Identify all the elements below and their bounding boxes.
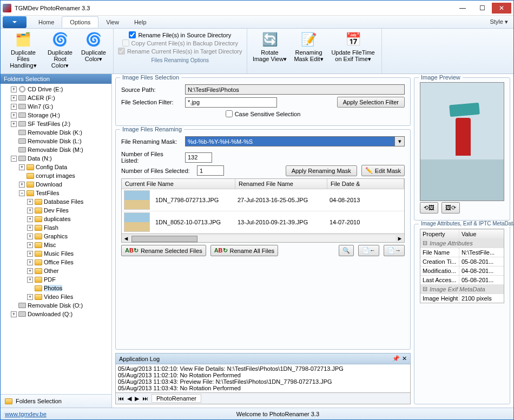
- tree-node[interactable]: +Removable Disk (M:): [2, 145, 110, 154]
- log-tab[interactable]: PhotoRenamer: [151, 394, 201, 403]
- renaming-mask-combo[interactable]: ▾: [185, 136, 405, 146]
- tree-toggle-icon[interactable]: +: [27, 268, 33, 274]
- filter-input[interactable]: [185, 97, 277, 108]
- tree-toggle-icon[interactable]: +: [27, 277, 33, 283]
- tree-toggle-icon[interactable]: +: [27, 294, 33, 300]
- tree-node[interactable]: +Misc: [2, 241, 110, 249]
- tree-node[interactable]: +Photos: [2, 284, 110, 292]
- maximize-button[interactable]: ☐: [472, 3, 492, 14]
- tree-node[interactable]: +Graphics: [2, 232, 110, 241]
- tree-node[interactable]: −TestFiles: [2, 189, 110, 197]
- website-link[interactable]: www.tgmdev.be: [5, 411, 47, 417]
- tab-home[interactable]: Home: [31, 17, 62, 28]
- duplicate-root-color-button[interactable]: 🌀 Duplicate Root Color▾: [43, 30, 77, 70]
- tree-node[interactable]: +ACER (F:): [2, 94, 110, 102]
- tree-toggle-icon[interactable]: +: [27, 216, 33, 222]
- tree-toggle-icon[interactable]: +: [11, 95, 17, 101]
- table-hscrollbar[interactable]: ◄►: [122, 234, 404, 242]
- tree-node[interactable]: +Database Files: [2, 197, 110, 206]
- tree-node[interactable]: +Removable Disk (O:): [2, 301, 110, 310]
- tree-node[interactable]: −Data (N:): [2, 154, 110, 163]
- tree-toggle-icon[interactable]: +: [27, 208, 33, 214]
- renaming-mask-edit-button[interactable]: 📝 Renaming Mask Edit▾: [289, 30, 328, 63]
- tree-node[interactable]: +Removable Disk (K:): [2, 128, 110, 137]
- tree-node[interactable]: +CD Drive (E:): [2, 85, 110, 94]
- log-first-button[interactable]: ⏮: [118, 395, 124, 402]
- apply-selection-filter-button[interactable]: Apply Selection Filter: [337, 97, 405, 108]
- tree-node[interactable]: +Other: [2, 266, 110, 275]
- rename-selected-files-button[interactable]: AB↻Rename Selected Files: [121, 245, 206, 256]
- tree-node[interactable]: +Flash: [2, 223, 110, 232]
- tree-node[interactable]: +SF TestFiles (J:): [2, 119, 110, 128]
- tree-toggle-icon[interactable]: +: [27, 225, 33, 231]
- rotate-right-button[interactable]: 🖼⟳: [441, 202, 460, 214]
- tree-node[interactable]: +Downloaded (Q:): [2, 310, 110, 318]
- tree-toggle-icon[interactable]: +: [27, 259, 33, 265]
- tree-toggle-icon[interactable]: −: [19, 190, 25, 196]
- tree-toggle-icon[interactable]: +: [19, 182, 25, 188]
- tree-toggle-icon[interactable]: +: [11, 112, 17, 118]
- tree-toggle-icon[interactable]: +: [27, 199, 33, 205]
- next-file-button[interactable]: 📄→: [384, 245, 405, 256]
- style-menu[interactable]: Style ▾: [484, 16, 513, 28]
- tree-node[interactable]: +Dev Files: [2, 206, 110, 215]
- col-current[interactable]: Current File Name: [122, 179, 235, 189]
- tree-node[interactable]: +Config Data: [2, 163, 110, 171]
- collapse-icon[interactable]: ⊟: [423, 239, 427, 246]
- rotate-left-button[interactable]: ⟲🖼: [420, 202, 438, 214]
- tree-node[interactable]: +corrupt images: [2, 171, 110, 180]
- table-row[interactable]: 1DN_7798-072713.JPG27-Jul-2013-16-25-05.…: [122, 189, 404, 211]
- duplicate-files-handling-button[interactable]: 🗂️ Duplicate Files Handling▾: [4, 30, 43, 70]
- tree-toggle-icon[interactable]: +: [27, 251, 33, 257]
- tree-node[interactable]: +Removable Disk (L:): [2, 137, 110, 145]
- close-button[interactable]: ✕: [492, 3, 511, 14]
- tree-toggle-icon[interactable]: +: [11, 86, 17, 92]
- tree-toggle-icon[interactable]: +: [27, 234, 33, 239]
- tab-options[interactable]: Options: [62, 16, 98, 28]
- edit-mask-button[interactable]: ✏️Edit Mask: [361, 165, 405, 176]
- update-filetime-button[interactable]: 📅 Update FileTime on Exif Time▾: [328, 30, 378, 63]
- file-menu-button[interactable]: [3, 16, 27, 28]
- pin-icon[interactable]: 📌: [392, 355, 400, 362]
- tree-node[interactable]: +duplicates: [2, 215, 110, 223]
- collapse-icon[interactable]: ⊟: [423, 285, 427, 292]
- log-prev-button[interactable]: ◀: [127, 395, 131, 402]
- sidebar-footer[interactable]: Folders Selection: [1, 394, 111, 408]
- minimize-button[interactable]: —: [453, 3, 472, 14]
- tree-node[interactable]: +Download: [2, 180, 110, 189]
- apply-renaming-mask-button[interactable]: Apply Renaming Mask: [286, 165, 357, 176]
- rename-target-checkbox: Rename Current Files(s) in Target Direct…: [118, 47, 242, 55]
- log-next-button[interactable]: ▶: [135, 395, 139, 402]
- tab-view[interactable]: View: [98, 17, 127, 28]
- tree-node[interactable]: +Storage (H:): [2, 111, 110, 119]
- log-last-button[interactable]: ⏭: [142, 395, 148, 402]
- source-path-input[interactable]: [185, 84, 405, 95]
- col-date[interactable]: File Date &: [327, 179, 404, 189]
- folders-tree[interactable]: +CD Drive (E:)+ACER (F:)+Win7 (G:)+Stora…: [1, 84, 111, 394]
- case-sensitive-checkbox[interactable]: Case Sensitive Selection: [226, 110, 301, 118]
- prev-file-button[interactable]: 📄←: [358, 245, 379, 256]
- col-renamed[interactable]: Renamed File Name: [235, 179, 327, 189]
- close-log-icon[interactable]: ✕: [402, 355, 407, 362]
- tree-toggle-icon[interactable]: +: [11, 311, 17, 317]
- tree-node[interactable]: +PDF: [2, 275, 110, 284]
- rotate-image-view-button[interactable]: 🔄 Rotate Image View▾: [251, 30, 289, 63]
- application-log[interactable]: 05/Aug/2013 11:02:10: View File Details:…: [115, 364, 411, 393]
- tree-toggle-icon[interactable]: +: [19, 164, 25, 170]
- rename-source-checkbox[interactable]: Rename File(s) in Source Directory: [129, 31, 231, 39]
- tree-toggle-icon[interactable]: −: [11, 156, 17, 162]
- tree-node[interactable]: +Video Files: [2, 292, 110, 301]
- chevron-down-icon[interactable]: ▾: [395, 136, 405, 146]
- tree-node[interactable]: +Office Files: [2, 258, 110, 266]
- duplicate-color-button[interactable]: 🌀 Duplicate Color▾: [77, 30, 110, 70]
- tree-toggle-icon[interactable]: +: [11, 121, 17, 127]
- rename-all-files-button[interactable]: AB↻Rename All Files: [210, 245, 278, 256]
- tree-toggle-icon[interactable]: +: [27, 242, 33, 248]
- search-button[interactable]: 🔍: [339, 245, 354, 256]
- tree-node[interactable]: +Win7 (G:): [2, 102, 110, 111]
- tree-toggle-icon[interactable]: +: [11, 104, 17, 110]
- attributes-table[interactable]: Property Value ⊟Image Attributes File Na…: [420, 229, 504, 303]
- tab-help[interactable]: Help: [127, 17, 154, 28]
- tree-node[interactable]: +Music Files: [2, 249, 110, 258]
- table-row[interactable]: 1DN_8052-10-0713.JPG13-Jul-2010-09-21-39…: [122, 211, 404, 234]
